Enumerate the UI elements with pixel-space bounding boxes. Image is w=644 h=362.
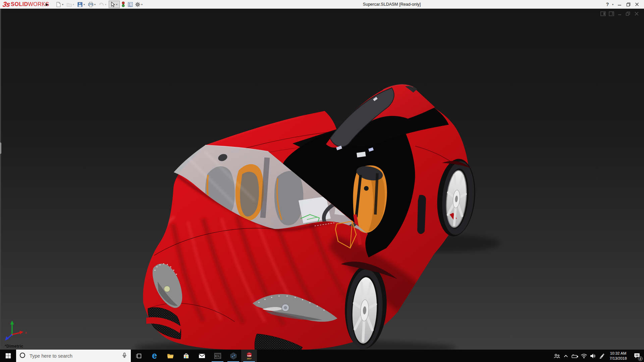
rebuild-button[interactable]: [120, 1, 126, 8]
tray-date: 7/13/2018: [606, 356, 630, 361]
file-explorer-button[interactable]: [162, 350, 178, 362]
new-document-button[interactable]: ▾: [55, 1, 65, 8]
feature-manager-expand-handle[interactable]: [0, 142, 1, 154]
search-placeholder: Type here to search: [30, 353, 121, 359]
window-controls: ? ▾: [604, 0, 641, 9]
file-explorer-icon: [167, 353, 174, 359]
desktop: 3s SOLIDWORKS ▶ ▾ ▾ ▾: [0, 0, 644, 362]
windows-logo-icon: [5, 353, 11, 359]
doc-minimize-icon[interactable]: [617, 11, 623, 16]
edge-icon: e: [152, 351, 157, 360]
x-axis-label: x: [25, 331, 27, 335]
doc-close-icon[interactable]: [634, 11, 639, 16]
battery-icon[interactable]: [570, 350, 579, 362]
undo-button[interactable]: ▾: [98, 1, 108, 8]
taskbar-apps: e: [131, 350, 257, 362]
taskbar-search[interactable]: Type here to search: [16, 350, 131, 362]
select-cursor-icon: [110, 2, 115, 7]
undo-icon: [99, 2, 104, 7]
file-properties-button[interactable]: [127, 1, 134, 8]
file-properties-icon: [127, 2, 133, 7]
document-title: Supercar.SLDASM [Read-only]: [363, 2, 421, 7]
action-center-button[interactable]: 2: [630, 350, 644, 362]
microphone-icon[interactable]: [121, 352, 127, 360]
select-tool-button[interactable]: ▾: [109, 1, 120, 8]
mail-icon: [198, 353, 206, 359]
tray-time: 10:32 AM: [606, 351, 630, 356]
task-view-button[interactable]: [131, 350, 147, 362]
gear-icon: [135, 2, 141, 7]
edge-button[interactable]: e: [147, 350, 162, 362]
options-button[interactable]: ▾: [134, 1, 145, 8]
minimize-button[interactable]: [615, 0, 624, 9]
side-vent: [417, 195, 426, 234]
quick-access-toolbar: ▾ ▾ ▾ ▾ ▾: [55, 1, 145, 8]
restore-button[interactable]: [624, 0, 633, 9]
view-orientation-label: *Dimetric: [5, 344, 23, 349]
traffic-light-icon: [121, 1, 126, 7]
solidworks-titlebar: 3s SOLIDWORKS ▶ ▾ ▾ ▾: [0, 0, 644, 9]
solidworks-logo: 3s SOLIDWORKS: [3, 1, 49, 8]
help-button[interactable]: ?: [604, 0, 610, 9]
document-window-controls: [600, 11, 639, 16]
help-dropdown[interactable]: ▾: [610, 0, 615, 9]
z-axis-arrow: [5, 336, 9, 341]
svg-text:SW: SW: [247, 354, 251, 357]
pen-icon[interactable]: [597, 350, 606, 362]
system-tray: 10:32 AM 7/13/2018 2: [552, 350, 644, 362]
notification-badge: 2: [638, 356, 643, 361]
x-axis-arrow: [19, 331, 23, 335]
wifi-icon[interactable]: [579, 350, 588, 362]
edrawings-button[interactable]: [225, 350, 241, 362]
chevron-up-icon[interactable]: [561, 350, 570, 362]
supercar-3d-model[interactable]: [0, 9, 644, 350]
print-icon: [88, 2, 94, 7]
toolbar-separator: [43, 1, 43, 7]
feature-pane-icon[interactable]: [600, 11, 606, 16]
graphics-area: x *Dimetric: [0, 9, 644, 350]
print-button[interactable]: ▾: [87, 1, 98, 8]
open-button[interactable]: ▾: [66, 1, 76, 8]
orientation-triad: x: [3, 319, 30, 343]
start-button[interactable]: [0, 350, 16, 362]
close-button[interactable]: [633, 0, 641, 9]
command-prompt-icon: C:\_: [214, 353, 221, 359]
dassault-3ds-mark: 3s: [2, 0, 10, 8]
svg-text:C:\_: C:\_: [215, 355, 220, 358]
store-icon: [182, 352, 190, 360]
menu-flyout-arrow[interactable]: ▶: [44, 1, 50, 8]
svg-text:2017: 2017: [247, 358, 252, 360]
open-folder-icon: [66, 2, 72, 7]
save-button[interactable]: ▾: [76, 1, 87, 8]
doc-restore-icon[interactable]: [625, 11, 631, 16]
solidworks-icon: SW 2017: [245, 352, 253, 360]
edrawings-icon: [230, 352, 237, 360]
people-icon[interactable]: [552, 350, 561, 362]
y-axis-arrow: [10, 320, 14, 324]
task-view-icon: [136, 353, 142, 359]
solidworks-button[interactable]: SW 2017: [241, 350, 257, 362]
display-pane-icon[interactable]: [608, 11, 614, 16]
mail-button[interactable]: [194, 350, 210, 362]
windows-taskbar: Type here to search e: [0, 350, 644, 362]
new-document-icon: [56, 2, 61, 7]
command-prompt-button[interactable]: C:\_: [210, 350, 225, 362]
store-button[interactable]: [178, 350, 194, 362]
feature-manager-collapsed-strip[interactable]: [0, 9, 1, 350]
taskbar-clock[interactable]: 10:32 AM 7/13/2018: [606, 351, 630, 361]
volume-icon[interactable]: [588, 350, 597, 362]
save-floppy-icon: [77, 2, 83, 7]
cortana-icon: [19, 352, 25, 360]
